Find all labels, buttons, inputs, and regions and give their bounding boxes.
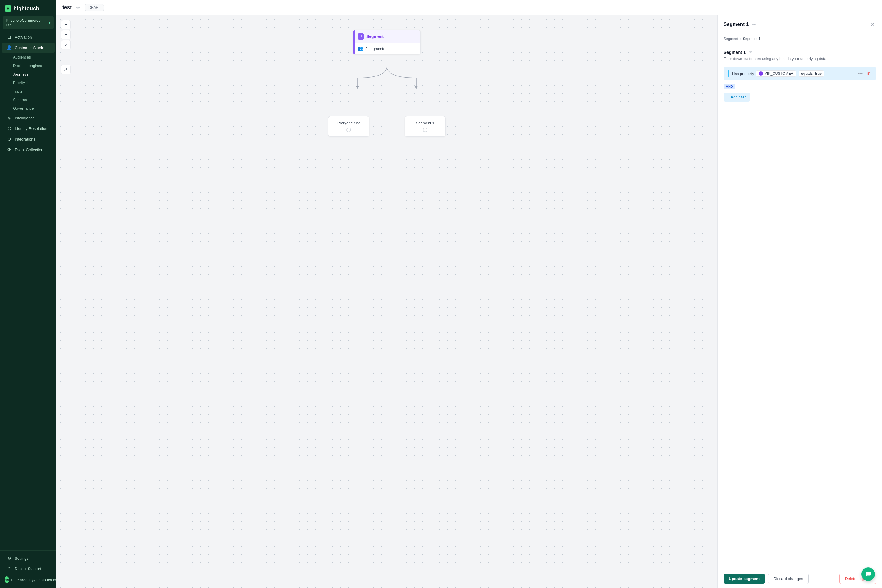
chat-bubble-button[interactable]	[861, 567, 875, 581]
update-button-label: Update segment	[729, 576, 760, 581]
sidebar-item-priority-lists[interactable]: Priority lists	[2, 79, 55, 87]
sidebar-item-label: Schema	[13, 98, 27, 102]
canvas-controls: + − ⤢	[61, 20, 70, 50]
logo-text: hightouch	[14, 6, 39, 12]
breadcrumb-parent: Segment	[723, 37, 738, 41]
sidebar-item-intelligence[interactable]: ◈ Intelligence	[2, 113, 55, 123]
branch-dot	[346, 128, 351, 132]
branch-label: Everyone else	[337, 121, 361, 125]
filter-delete-button[interactable]: 🗑	[866, 70, 872, 76]
sidebar-item-journeys[interactable]: Journeys	[2, 70, 55, 78]
filter-more-button[interactable]: •••	[856, 70, 864, 77]
filter-has-property-label: Has property	[732, 72, 754, 76]
sidebar-item-docs-support[interactable]: ? Docs + Support	[2, 564, 55, 574]
sidebar-bottom: ⚙ Settings ? Docs + Support NA nate.argo…	[0, 550, 57, 588]
and-label: AND	[723, 84, 735, 89]
filter-value: true	[814, 72, 822, 75]
edit-segment-button[interactable]: ✏	[751, 21, 757, 28]
close-panel-button[interactable]: ✕	[869, 20, 876, 29]
sidebar-item-settings[interactable]: ⚙ Settings	[2, 553, 55, 563]
connector-svg	[328, 54, 446, 93]
sidebar-item-identity-resolution[interactable]: ⬡ Identity Resolution	[2, 123, 55, 134]
sidebar-item-label: Identity Resolution	[15, 126, 47, 131]
sidebar-item-label: Audiences	[13, 55, 31, 59]
right-panel: Segment 1 ✏ ✕ Segment / Segment 1 Segmen…	[717, 15, 882, 588]
event-collection-icon: ⟳	[6, 147, 12, 152]
filter-equals-label: equals	[801, 72, 813, 75]
svg-marker-4	[415, 86, 418, 89]
sidebar-item-schema[interactable]: Schema	[2, 96, 55, 104]
discard-changes-button[interactable]: Discard changes	[768, 574, 809, 584]
segment-count-text: 2 segments	[366, 46, 385, 51]
breadcrumb: Segment / Segment 1	[718, 34, 882, 44]
update-segment-button[interactable]: Update segment	[723, 574, 765, 584]
canvas-filter-button[interactable]: ⇄	[61, 64, 70, 74]
add-filter-label: + Add filter	[728, 95, 746, 99]
zoom-out-button[interactable]: −	[61, 30, 70, 39]
nodes-wrapper: ⇄ Segment 👥 2 segments	[57, 30, 717, 137]
branch-label: Segment 1	[416, 121, 435, 125]
sidebar-item-label: Settings	[15, 556, 28, 561]
segment-icon: ⇄	[357, 33, 364, 40]
sidebar-item-governance[interactable]: Governance	[2, 104, 55, 112]
workspace-selector[interactable]: Pristine eCommerce De... ▾	[3, 16, 54, 29]
segment-node[interactable]: ⇄ Segment 👥 2 segments	[353, 30, 421, 54]
breadcrumb-separator: /	[740, 37, 741, 41]
main: test ✏ DRAFT + − ⤢ ⇄ ⇄ Segment	[57, 0, 882, 588]
avatar: NA	[5, 576, 9, 583]
sidebar-item-decision-engines[interactable]: Decision engines	[2, 62, 55, 70]
segment-edit-title: Segment 1 ✏	[723, 49, 876, 55]
sidebar-item-activation[interactable]: ⊞ Activation	[2, 32, 55, 42]
content: + − ⤢ ⇄ ⇄ Segment 👥 2 segments	[57, 15, 882, 588]
settings-icon: ⚙	[6, 556, 12, 561]
sidebar-item-label: Activation	[15, 35, 32, 39]
sidebar-item-label: Integrations	[15, 137, 36, 141]
branch-node-everyone-else[interactable]: Everyone else	[328, 116, 369, 137]
sidebar-item-label: Governance	[13, 106, 34, 111]
page-title: test	[62, 4, 72, 10]
user-item[interactable]: NA nate.argosh@hightouch.io	[0, 574, 57, 586]
edit-title-button[interactable]: ✏	[75, 4, 81, 11]
edit-segment-name-button[interactable]: ✏	[748, 49, 753, 55]
filter-property-name: VIP_CUSTOMER	[764, 72, 793, 75]
filter-property-badge[interactable]: ⬡ VIP_CUSTOMER	[756, 70, 796, 77]
add-filter-button[interactable]: + Add filter	[723, 93, 750, 102]
sidebar-item-label: Intelligence	[15, 116, 35, 120]
sidebar-logo: H hightouch	[0, 0, 57, 16]
sidebar-item-audiences[interactable]: Audiences	[2, 53, 55, 61]
sidebar-item-label: Event Collection	[15, 148, 44, 152]
topbar: test ✏ DRAFT	[57, 0, 882, 15]
filter-equals-badge[interactable]: equals true	[798, 70, 824, 77]
segment-count-icon: 👥	[357, 46, 363, 51]
sidebar-item-label: Docs + Support	[15, 567, 41, 571]
intelligence-icon: ◈	[6, 115, 12, 120]
filter-row: Has property ⬡ VIP_CUSTOMER equals true	[732, 70, 854, 77]
sidebar-item-event-collection[interactable]: ⟳ Event Collection	[2, 145, 55, 154]
segment-node-body: 👥 2 segments	[353, 43, 420, 54]
sidebar-item-label: Priority lists	[13, 81, 32, 85]
branch-node-segment1[interactable]: Segment 1	[405, 116, 446, 137]
sidebar-item-integrations[interactable]: ⊕ Integrations	[2, 134, 55, 144]
sidebar-item-label: Journeys	[13, 72, 28, 76]
journey-canvas[interactable]: + − ⤢ ⇄ ⇄ Segment 👥 2 segments	[57, 15, 717, 588]
segment-title-text: Segment 1	[723, 50, 746, 55]
docs-support-icon: ?	[6, 566, 12, 571]
zoom-in-button[interactable]: +	[61, 20, 70, 29]
right-panel-footer: Update segment Discard changes Delete se…	[718, 569, 882, 588]
sidebar-item-label: Decision engines	[13, 63, 42, 68]
segment-node-header: ⇄ Segment	[353, 30, 420, 43]
right-panel-title: Segment 1 ✏	[723, 21, 757, 28]
sidebar-item-label: Customer Studio	[15, 46, 44, 50]
breadcrumb-current: Segment 1	[743, 37, 760, 41]
sidebar-item-customer-studio[interactable]: 👤 Customer Studio	[2, 43, 55, 52]
property-icon: ⬡	[759, 72, 763, 75]
chevron-down-icon: ▾	[49, 21, 51, 25]
customer-studio-icon: 👤	[6, 45, 12, 50]
identity-resolution-icon: ⬡	[6, 126, 12, 131]
segment-node-label: Segment	[366, 34, 384, 39]
branch-dot	[423, 128, 428, 132]
sidebar-item-traits[interactable]: Traits	[2, 87, 55, 95]
sidebar-item-label: Traits	[13, 89, 22, 93]
draft-badge: DRAFT	[85, 4, 104, 11]
fit-screen-button[interactable]: ⤢	[61, 40, 70, 50]
